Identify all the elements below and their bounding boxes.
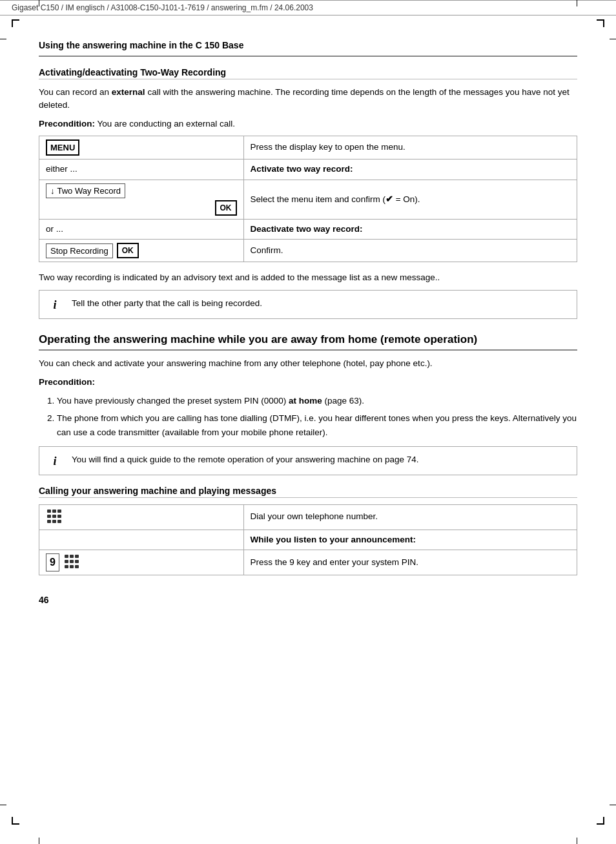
table-cell-right: Activate two way record: bbox=[243, 160, 577, 180]
svg-rect-12 bbox=[65, 560, 68, 563]
menu-item-row: ↓ Two Way Record bbox=[46, 183, 237, 199]
info-box2: i You will find a quick guide to the rem… bbox=[39, 446, 577, 475]
svg-rect-17 bbox=[75, 565, 79, 568]
tick-right-top bbox=[610, 39, 616, 39]
ok-key: OK bbox=[215, 200, 237, 216]
tick-left-top bbox=[0, 39, 6, 39]
para1-bold: external bbox=[112, 87, 145, 97]
svg-rect-4 bbox=[52, 515, 56, 518]
table-cell-left bbox=[39, 504, 244, 530]
corner-br bbox=[597, 817, 604, 825]
svg-rect-10 bbox=[70, 555, 74, 558]
svg-rect-7 bbox=[52, 520, 56, 523]
section1-title: Using the answering machine in the C 150… bbox=[39, 40, 577, 50]
info-text1: Tell the other party that the call is be… bbox=[72, 297, 262, 310]
dial-text: Dial your own telephone number. bbox=[251, 511, 378, 521]
list-item: The phone from which you are calling has… bbox=[57, 411, 577, 439]
menu-key: MENU bbox=[46, 139, 79, 156]
or-label: or ... bbox=[46, 224, 63, 234]
svg-rect-2 bbox=[57, 509, 61, 513]
precondition1-para: Precondition: You are conducting an exte… bbox=[39, 118, 577, 130]
table-cell-left: Stop Recording OK bbox=[39, 240, 244, 262]
keypad-icon bbox=[46, 508, 69, 526]
tick-bottom-left bbox=[39, 838, 39, 844]
press9-text: Press the 9 key and enter your system PI… bbox=[251, 557, 418, 567]
table-cell-left: or ... bbox=[39, 220, 244, 240]
section2-rule bbox=[39, 349, 577, 351]
tick-bottom-right bbox=[577, 838, 577, 844]
table-cell-right: Confirm. bbox=[243, 240, 577, 262]
page-number: 46 bbox=[39, 595, 577, 605]
menu-item-box: ↓ Two Way Record bbox=[46, 183, 125, 199]
paragraph1: You can record an external call with the… bbox=[39, 86, 577, 112]
info-icon2: i bbox=[48, 453, 61, 468]
ok-key2: OK bbox=[117, 243, 139, 258]
para1-text: You can record an bbox=[39, 87, 112, 97]
table-row: ↓ Two Way Record OK Select the menu item… bbox=[39, 180, 577, 220]
keypad-icon2 bbox=[63, 553, 87, 571]
stop-rec-row: Stop Recording OK bbox=[46, 243, 237, 258]
section3-title: Calling your answering machine and playi… bbox=[39, 486, 577, 496]
svg-rect-9 bbox=[65, 555, 68, 558]
list-item1-rest: (page 63). bbox=[322, 396, 364, 406]
list-item2-text: The phone from which you are calling has… bbox=[57, 413, 577, 437]
tick-top-left bbox=[39, 0, 39, 6]
key9-row: 9 bbox=[46, 553, 237, 571]
subsection1-rule bbox=[39, 79, 577, 79]
table-row: Dial your own telephone number. bbox=[39, 504, 577, 530]
precondition2-para: Precondition: bbox=[39, 376, 577, 389]
instruction-table1: MENU Press the display key to open the m… bbox=[39, 136, 577, 263]
table-cell-left: ↓ Two Way Record OK bbox=[39, 180, 244, 220]
table-row: While you listen to your announcement: bbox=[39, 530, 577, 550]
section2-wrap: Operating the answering machine while yo… bbox=[39, 332, 577, 347]
section3-rule bbox=[39, 497, 577, 498]
svg-rect-8 bbox=[57, 520, 61, 523]
svg-rect-14 bbox=[75, 560, 79, 563]
paragraph3: You can check and activate your answerin… bbox=[39, 357, 577, 370]
while-listen-text: While you listen to your announcement: bbox=[251, 535, 416, 544]
svg-rect-11 bbox=[75, 555, 79, 558]
table-cell-left: 9 bbox=[39, 550, 244, 575]
ok-row: OK bbox=[46, 200, 237, 216]
checkmark-icon: ✔ bbox=[385, 194, 393, 204]
svg-rect-13 bbox=[70, 560, 74, 563]
svg-rect-5 bbox=[57, 515, 61, 518]
menu-description: Press the display key to open the menu. bbox=[251, 142, 406, 152]
section1-rule bbox=[39, 56, 577, 57]
table-row: either ... Activate two way record: bbox=[39, 160, 577, 180]
table-row: 9 bbox=[39, 550, 577, 575]
corner-tr bbox=[597, 19, 604, 27]
stop-recording-box: Stop Recording bbox=[46, 243, 113, 259]
svg-rect-16 bbox=[70, 565, 74, 568]
table-cell-left bbox=[39, 530, 244, 550]
list-item1-text: You have previously changed the preset s… bbox=[57, 396, 289, 406]
table-cell-right: Press the 9 key and enter your system PI… bbox=[243, 550, 577, 575]
svg-rect-1 bbox=[52, 509, 56, 513]
table-cell-right: Select the menu item and confirm (✔ = On… bbox=[243, 180, 577, 220]
header-bar: Gigaset C150 / IM englisch / A31008-C150… bbox=[0, 0, 616, 15]
table-cell-right: Press the display key to open the menu. bbox=[243, 136, 577, 160]
arrow-down-icon: ↓ bbox=[50, 185, 55, 198]
section2-title: Operating the answering machine while yo… bbox=[39, 332, 577, 347]
list-item1-bold: at home bbox=[289, 396, 322, 406]
corner-tl bbox=[12, 19, 19, 27]
svg-rect-6 bbox=[47, 520, 51, 523]
info-text2: You will find a quick guide to the remot… bbox=[72, 453, 419, 466]
select-confirm-text: Select the menu item and confirm ( bbox=[251, 194, 385, 204]
info-box1: i Tell the other party that the call is … bbox=[39, 290, 577, 319]
table-row: or ... Deactivate two way record: bbox=[39, 220, 577, 240]
precondition2-label: Precondition: bbox=[39, 377, 95, 387]
activate-label: Activate two way record: bbox=[251, 164, 353, 174]
tick-left-bottom bbox=[0, 805, 6, 805]
two-way-record-label: Two Way Record bbox=[57, 185, 121, 198]
table-cell-right: While you listen to your announcement: bbox=[243, 530, 577, 550]
table-cell-right: Deactivate two way record: bbox=[243, 220, 577, 240]
instruction-table2: Dial your own telephone number. While yo… bbox=[39, 504, 577, 575]
key9: 9 bbox=[46, 553, 59, 571]
paragraph2: Two way recording is indicated by an adv… bbox=[39, 271, 577, 284]
tick-right-bottom bbox=[610, 805, 616, 805]
table-cell-right: Dial your own telephone number. bbox=[243, 504, 577, 530]
corner-bl bbox=[12, 817, 19, 825]
confirm-text: Confirm. bbox=[251, 245, 283, 255]
table-row: MENU Press the display key to open the m… bbox=[39, 136, 577, 160]
